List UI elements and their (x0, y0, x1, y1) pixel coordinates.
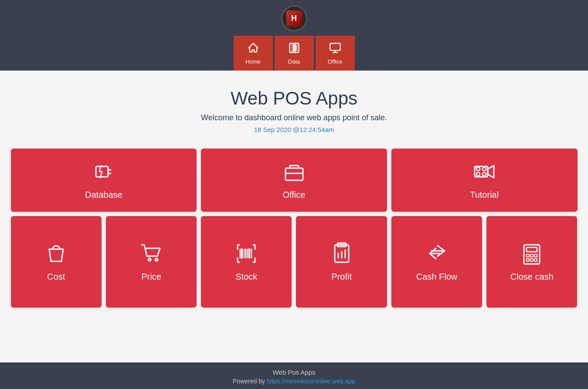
footer: Web Pos Apps Powered by https://mesinkas… (0, 362, 588, 389)
svg-point-20 (476, 173, 480, 176)
nav-data-label: Data (288, 58, 300, 65)
card-database-label: Database (85, 190, 122, 200)
calculator-icon (520, 242, 543, 267)
nav-home-label: Home (245, 58, 261, 65)
card-stock-label: Stock (235, 272, 257, 282)
svg-rect-45 (534, 259, 537, 261)
svg-point-23 (155, 258, 158, 261)
page-subtitle: Welcome to dashboard online web apps poi… (201, 113, 387, 122)
svg-rect-8 (330, 43, 340, 50)
card-cashflow-label: Cash Flow (416, 272, 457, 282)
header: H Home (0, 0, 588, 71)
card-closecash-label: Close cash (510, 272, 554, 282)
main-content: Web POS Apps Welcome to dashboard online… (0, 71, 588, 362)
card-cost-label: Cost (47, 272, 65, 282)
footer-link[interactable]: https://mesinkasironline.web.app (267, 378, 355, 385)
card-stock[interactable]: Stock (201, 216, 292, 308)
barcode-icon (235, 242, 258, 267)
card-price-label: Price (141, 272, 161, 282)
dashboard-grid: Database Office (11, 149, 578, 308)
svg-rect-42 (534, 254, 537, 257)
nav-office[interactable]: Office (316, 36, 355, 71)
card-database[interactable]: Database (11, 149, 197, 212)
svg-marker-17 (488, 166, 494, 178)
card-profit-label: Profit (331, 272, 352, 282)
svg-point-22 (148, 258, 151, 261)
card-closecash[interactable]: Close cash (486, 216, 577, 308)
report-icon (330, 242, 353, 267)
grid-row-1: Database Office (11, 149, 578, 212)
data-icon (288, 42, 300, 56)
nav-bar: Home Data (234, 36, 355, 71)
home-icon (247, 42, 259, 56)
card-profit[interactable]: Profit (296, 216, 387, 308)
cashflow-icon (425, 242, 448, 267)
shopping-bag-icon (45, 242, 68, 267)
svg-point-21 (483, 173, 486, 176)
card-cashflow[interactable]: Cash Flow (391, 216, 482, 308)
svg-point-18 (476, 167, 480, 171)
card-cost[interactable]: Cost (11, 216, 102, 308)
svg-rect-41 (530, 254, 533, 257)
card-tutorial[interactable]: Tutorial (391, 149, 578, 212)
svg-rect-39 (527, 247, 537, 252)
svg-rect-40 (527, 254, 529, 257)
card-tutorial-label: Tutorial (470, 190, 499, 200)
database-icon (92, 160, 115, 185)
nav-office-label: Office (328, 58, 343, 65)
video-icon (473, 160, 496, 185)
page-datetime: 18 Sep 2020 @12:24:54am (254, 126, 334, 133)
logo-letter: H (286, 10, 302, 26)
svg-rect-14 (286, 168, 303, 180)
footer-powered: Powered by https://mesinkasironline.web.… (0, 378, 588, 385)
nav-data[interactable]: Data (275, 36, 314, 71)
card-office-label: Office (283, 190, 306, 200)
nav-home[interactable]: Home (234, 36, 273, 71)
svg-point-19 (483, 167, 486, 171)
footer-brand: Web Pos Apps (0, 369, 588, 376)
briefcase-icon (283, 160, 306, 185)
monitor-icon (329, 42, 341, 56)
card-price[interactable]: Price (106, 216, 197, 308)
cart-icon (140, 242, 163, 267)
card-office[interactable]: Office (201, 149, 387, 212)
logo: H (281, 5, 307, 31)
svg-rect-43 (527, 259, 529, 261)
svg-rect-44 (530, 259, 533, 261)
grid-row-2: Cost Price (11, 216, 578, 308)
page-title: Web POS Apps (231, 88, 357, 109)
